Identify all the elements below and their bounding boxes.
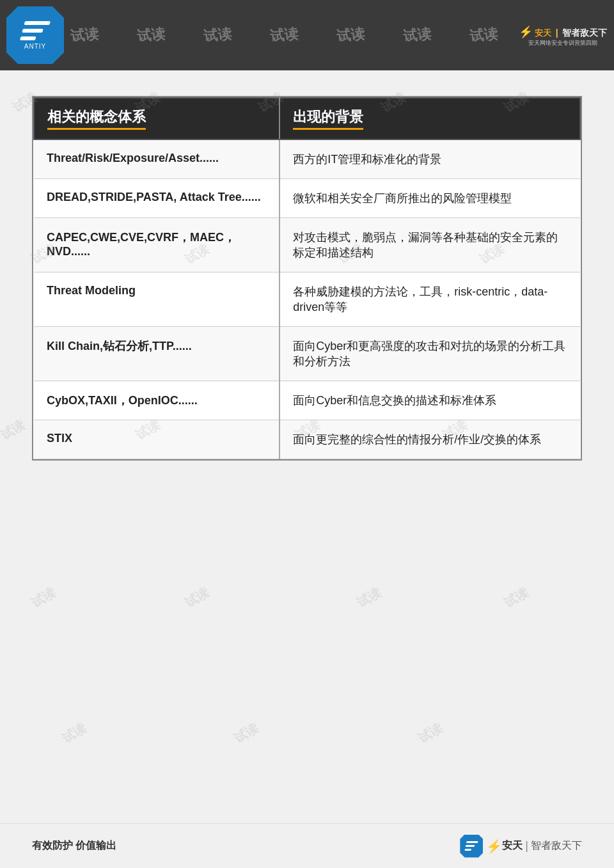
table-row: STIX面向更完整的综合性的情报分析/作业/交换的体系 <box>34 420 580 459</box>
table-cell-col1-5: CybOX,TAXII，OpenIOC...... <box>34 381 279 420</box>
header-wm-3: 试读 <box>203 24 232 46</box>
table-cell-col2-5: 面向Cyber和信息交换的描述和标准体系 <box>279 381 580 420</box>
header-wm-5: 试读 <box>336 24 365 46</box>
header-wm-4: 试读 <box>269 24 299 46</box>
main-content: 相关的概念体系 出现的背景 Threat/Risk/Exposure/Asset… <box>0 70 614 473</box>
logo-lines <box>20 21 51 40</box>
pwm-16: 试读 <box>354 583 384 611</box>
antiy-logo: ANTIY <box>6 6 64 64</box>
footer: 有效防护 价值输出 ⚡ 安天 | 智者敌天下 <box>0 823 614 868</box>
pwm-15: 试读 <box>182 583 212 611</box>
brand-name: ⚡ 安天 | 智者敌天下 <box>519 25 608 39</box>
table-cell-col2-0: 西方的IT管理和标准化的背景 <box>279 139 580 179</box>
col2-header-text: 出现的背景 <box>293 107 363 130</box>
brand-box: ⚡ 安天 | 智者敌天下 安天网络安全专训营第四期 <box>519 24 608 47</box>
footer-antiy-icon <box>460 835 483 858</box>
header-wm-1: 试读 <box>70 24 99 46</box>
table-cell-col2-1: 微软和相关安全厂商所推出的风险管理模型 <box>279 179 580 218</box>
table-row: CAPEC,CWE,CVE,CVRF，MAEC，NVD......对攻击模式，脆… <box>34 218 580 272</box>
table-row: Threat Modeling各种威胁建模的方法论，工具，risk-centri… <box>34 272 580 327</box>
footer-left-text: 有效防护 价值输出 <box>32 839 116 853</box>
table-cell-col1-6: STIX <box>34 420 279 459</box>
table-cell-col2-2: 对攻击模式，脆弱点，漏洞等各种基础的安全元素的标定和描述结构 <box>279 218 580 272</box>
table-row: Kill Chain,钻石分析,TTP......面向Cyber和更高强度的攻击… <box>34 327 580 381</box>
logo-line-2 <box>22 29 43 33</box>
table-row: DREAD,STRIDE,PASTA, Attack Tree......微软和… <box>34 179 580 218</box>
logo-line-3 <box>20 36 36 40</box>
footer-separator: | <box>525 839 528 853</box>
table-wrapper: 相关的概念体系 出现的背景 Threat/Risk/Exposure/Asset… <box>32 96 582 461</box>
header: ANTIY 试读 试读 试读 试读 试读 试读 试读 ⚡ 安天 | 智者敌天下 … <box>0 0 614 70</box>
table-cell-col2-4: 面向Cyber和更高强度的攻击和对抗的场景的分析工具和分析方法 <box>279 327 580 381</box>
header-right-logo: ⚡ 安天 | 智者敌天下 安天网络安全专训营第四期 <box>518 10 608 61</box>
pwm-20: 试读 <box>415 719 446 746</box>
logo-line-1 <box>24 21 51 25</box>
pwm-14: 试读 <box>28 583 59 611</box>
col1-header-text: 相关的概念体系 <box>47 107 146 130</box>
table-body: Threat/Risk/Exposure/Asset......西方的IT管理和… <box>34 139 580 459</box>
table-cell-col1-1: DREAD,STRIDE,PASTA, Attack Tree...... <box>34 179 279 218</box>
brand-subtitle: 安天网络安全专训营第四期 <box>528 39 597 47</box>
col2-header: 出现的背景 <box>279 98 580 139</box>
footer-right: ⚡ 安天 | 智者敌天下 <box>460 835 582 858</box>
header-wm-6: 试读 <box>402 24 432 46</box>
concepts-table: 相关的概念体系 出现的背景 Threat/Risk/Exposure/Asset… <box>33 97 581 459</box>
table-cell-col2-3: 各种威胁建模的方法论，工具，risk-centric，data-driven等等 <box>279 272 580 327</box>
footer-brand-text: 安天 <box>502 839 523 853</box>
col1-header: 相关的概念体系 <box>34 98 279 139</box>
table-row: Threat/Risk/Exposure/Asset......西方的IT管理和… <box>34 139 580 179</box>
footer-brand-slogan: 智者敌天下 <box>531 839 582 853</box>
header-wm-2: 试读 <box>136 24 166 46</box>
pwm-17: 试读 <box>501 583 531 611</box>
table-row: CybOX,TAXII，OpenIOC......面向Cyber和信息交换的描述… <box>34 381 580 420</box>
table-cell-col1-0: Threat/Risk/Exposure/Asset...... <box>34 139 279 179</box>
footer-lightning: ⚡ <box>486 839 502 854</box>
table-cell-col1-3: Threat Modeling <box>34 272 279 327</box>
footer-antiy: ⚡ 安天 | 智者敌天下 <box>460 835 582 858</box>
header-watermarks: 试读 试读 试读 试读 试读 试读 试读 <box>70 0 512 70</box>
table-cell-col2-6: 面向更完整的综合性的情报分析/作业/交换的体系 <box>279 420 580 459</box>
header-wm-7: 试读 <box>469 24 498 46</box>
logo-text: ANTIY <box>24 43 46 50</box>
table-cell-col1-4: Kill Chain,钻石分析,TTP...... <box>34 327 279 381</box>
pwm-18: 试读 <box>59 719 90 746</box>
pwm-19: 试读 <box>231 719 262 746</box>
table-cell-col1-2: CAPEC,CWE,CVE,CVRF，MAEC，NVD...... <box>34 218 279 272</box>
table-header-row: 相关的概念体系 出现的背景 <box>34 98 580 139</box>
